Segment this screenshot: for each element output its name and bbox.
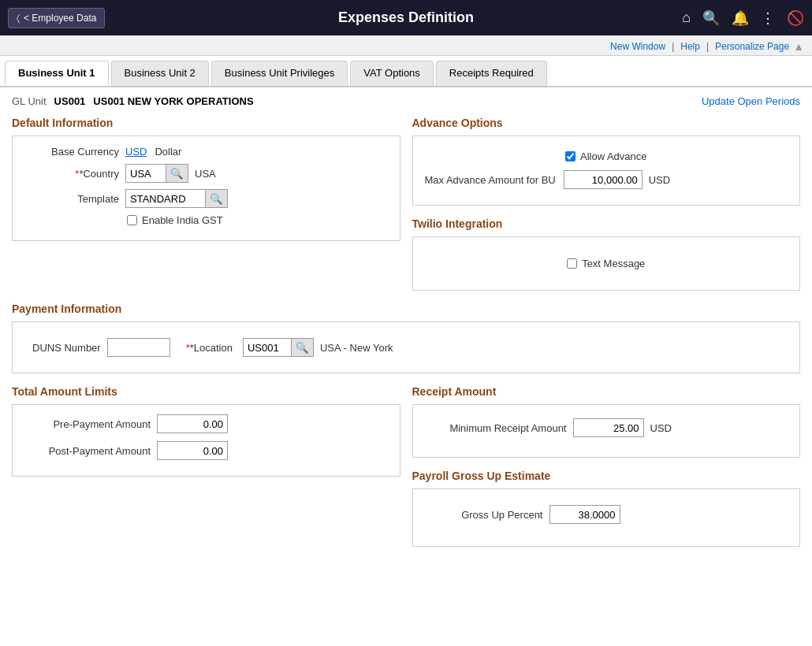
back-label: < Employee Data [24,13,96,24]
separator1: | [672,41,674,52]
payroll-title: Payroll Gross Up Estimate [412,470,801,482]
home-icon[interactable]: ⌂ [682,9,691,26]
location-label: **Location [186,342,233,354]
new-window-link[interactable]: New Window [610,41,665,52]
gl-unit-row: GL Unit US001 US001 NEW YORK OPERATIONS … [12,95,800,107]
country-search-button[interactable]: 🔍 [166,165,188,182]
update-open-periods-link[interactable]: Update Open Periods [702,95,800,107]
bell-icon[interactable]: 🔔 [732,9,749,27]
gross-up-label: Gross Up Percent [425,509,543,521]
min-receipt-row: Minimum Receipt Amount USD [425,414,788,441]
page-title: Expenses Definition [338,9,474,26]
max-advance-input[interactable] [564,170,643,189]
min-receipt-input[interactable] [573,418,644,437]
postpayment-input[interactable] [157,441,228,460]
allow-advance-row: Allow Advance [425,150,788,162]
prepayment-row: Pre-Payment Amount [24,414,388,433]
help-link[interactable]: Help [680,41,700,52]
postpayment-row: Post-Payment Amount [24,441,388,460]
tab-receipts-required[interactable]: Receipts Required [436,61,547,86]
top-nav: 〈 < Employee Data Expenses Definition ⌂ … [0,0,812,35]
content-area: GL Unit US001 US001 NEW YORK OPERATIONS … [0,87,812,646]
advance-options-col: Advance Options Allow Advance Max Advanc… [412,117,801,291]
payment-row: DUNS Number **Location 🔍 USA - New York [24,332,788,363]
payroll-section: Payroll Gross Up Estimate Gross Up Perce… [412,470,801,547]
india-gst-checkbox[interactable] [127,215,137,225]
back-arrow-icon: 〈 [17,13,20,24]
more-icon[interactable]: ⋮ [761,9,775,27]
default-info-title: Default Information [12,117,400,129]
tab-vat-options[interactable]: VAT Options [350,61,434,86]
total-amount-box: Pre-Payment Amount Post-Payment Amount [12,404,400,477]
base-currency-label: Base Currency [24,146,119,158]
payment-info-title: Payment Information [12,303,800,315]
search-icon[interactable]: 🔍 [702,9,720,27]
tab-business-unit-2[interactable]: Business Unit 2 [111,61,209,86]
text-message-checkbox[interactable] [567,258,577,269]
separator2: | [706,41,709,52]
template-input[interactable] [126,190,205,207]
gl-unit-label: GL Unit [12,95,47,107]
india-gst-row: Enable India GST [127,214,388,226]
location-name: USA - New York [320,342,393,354]
gross-up-row: Gross Up Percent [425,499,788,530]
country-search-box[interactable]: 🔍 [125,164,188,183]
receipt-payroll-col: Receipt Amount Minimum Receipt Amount US… [412,385,801,547]
payment-info-box: DUNS Number **Location 🔍 USA - New York [12,321,800,373]
gl-unit-name: US001 NEW YORK OPERATIONS [93,95,253,107]
country-input[interactable] [126,165,166,182]
base-currency-code[interactable]: USD [125,146,147,158]
min-receipt-currency: USD [650,422,672,434]
max-advance-row: Max Advance Amount for BU USD [425,170,788,189]
duns-input[interactable] [107,338,170,357]
scrollbar-indicator: ▲ [793,40,804,53]
tabs-bar: Business Unit 1 Business Unit 2 Business… [0,56,812,87]
allow-advance-checkbox[interactable] [565,151,575,162]
payment-info-section: Payment Information DUNS Number **Locati… [12,303,800,373]
gl-unit-info: GL Unit US001 US001 NEW YORK OPERATIONS [12,95,254,107]
bottom-two-col: Total Amount Limits Pre-Payment Amount P… [12,385,800,547]
text-message-label: Text Message [582,258,645,269]
twilio-box: Text Message [412,236,801,291]
receipt-amount-title: Receipt Amount [412,385,801,398]
total-amount-title: Total Amount Limits [12,385,400,398]
payroll-box: Gross Up Percent [412,488,801,547]
secondary-nav: New Window | Help | Personalize Page ▲ [0,35,812,56]
gl-unit-code: US001 [54,95,86,107]
location-search-button[interactable]: 🔍 [291,339,313,356]
template-label: Template [24,193,119,205]
template-row: Template 🔍 [24,189,388,208]
back-button[interactable]: 〈 < Employee Data [8,8,105,28]
default-info-box: Base Currency USD Dollar **Country 🔍 USA [12,136,400,241]
location-search-box[interactable]: 🔍 [243,338,314,357]
twilio-title: Twilio Integration [412,217,801,230]
base-currency-row: Base Currency USD Dollar [24,146,388,158]
total-amount-col: Total Amount Limits Pre-Payment Amount P… [12,385,400,547]
tab-business-unit-1[interactable]: Business Unit 1 [5,61,109,86]
template-search-box[interactable]: 🔍 [125,189,228,208]
default-info-col: Default Information Base Currency USD Do… [12,117,400,291]
prepayment-input[interactable] [157,414,228,433]
duns-label: DUNS Number [32,342,101,354]
max-advance-label: Max Advance Amount for BU [425,174,556,186]
india-gst-label: Enable India GST [142,214,223,226]
country-row: **Country 🔍 USA [24,164,388,183]
max-advance-currency: USD [649,174,670,186]
personalize-link[interactable]: Personalize Page [715,41,789,52]
country-label: **Country [24,168,119,180]
postpayment-label: Post-Payment Amount [24,445,151,457]
main-two-col: Default Information Base Currency USD Do… [12,117,800,291]
template-search-button[interactable]: 🔍 [205,190,227,207]
ban-icon[interactable]: 🚫 [787,9,804,27]
advance-options-title: Advance Options [412,117,801,129]
allow-advance-label: Allow Advance [580,150,647,162]
receipt-amount-box: Minimum Receipt Amount USD [412,404,801,458]
location-input[interactable] [244,339,291,356]
twilio-section: Twilio Integration Text Message [412,217,801,291]
country-name-text: USA [195,168,216,180]
prepayment-label: Pre-Payment Amount [24,418,151,430]
tab-business-unit-privileges[interactable]: Business Unit Privileges [211,61,348,86]
text-message-row: Text Message [425,251,788,276]
min-receipt-label: Minimum Receipt Amount [425,422,567,434]
gross-up-input[interactable] [549,505,620,524]
